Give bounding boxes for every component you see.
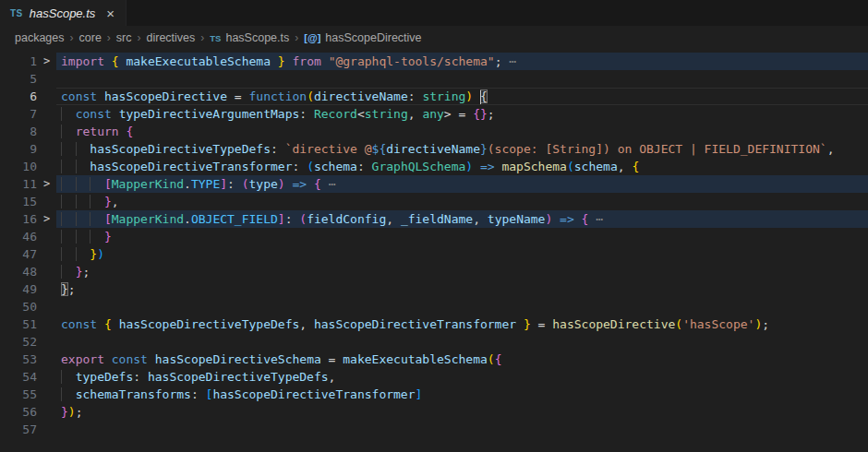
token: mapSchema	[501, 160, 566, 173]
code-text[interactable]: const typeDirectiveArgumentMaps: Record<…	[56, 105, 868, 123]
token: string	[422, 89, 465, 103]
fold-gutter	[37, 403, 56, 421]
code-text[interactable]: schemaTransforms: [hasScopeDirectiveTran…	[56, 386, 868, 403]
code-line-11[interactable]: 11> [MapperKind.TYPE]: (type) => { ⋯	[0, 175, 868, 193]
token	[285, 177, 293, 191]
indent-guide	[61, 230, 76, 244]
breadcrumb-item-src[interactable]: src	[116, 31, 132, 44]
code-line-5[interactable]: 5	[0, 70, 868, 88]
token: ;	[82, 265, 90, 279]
code-line-56[interactable]: 56});	[0, 403, 868, 421]
line-number: 15	[0, 193, 37, 210]
code-text[interactable]: import { makeExecutableSchema } from "@g…	[56, 53, 868, 70]
indent-guide	[76, 160, 90, 173]
indent-guide	[76, 177, 90, 191]
token: Record	[314, 107, 357, 121]
code-line-53[interactable]: 53export const hasScopeDirectiveSchema =…	[0, 351, 868, 368]
token	[148, 352, 155, 366]
indent-guide	[76, 212, 90, 226]
breadcrumb-item-core[interactable]: core	[79, 31, 102, 44]
token: <	[357, 107, 365, 121]
code-text[interactable]	[56, 298, 868, 315]
breadcrumb-separator: ›	[70, 31, 74, 44]
line-number: 53	[0, 351, 37, 368]
code-text[interactable]: typeDefs: hasScopeDirectiveTypeDefs,	[56, 368, 868, 386]
code-line-1[interactable]: 1>import { makeExecutableSchema } from "…	[0, 53, 868, 70]
code-text[interactable]: [MapperKind.TYPE]: (type) => { ⋯	[56, 175, 868, 193]
token: 'hasScope'	[682, 317, 754, 331]
code-line-46[interactable]: 46 }	[0, 228, 868, 245]
tab-hasscope-ts[interactable]: TS hasScope.ts ×	[0, 0, 127, 26]
fold-gutter	[37, 158, 56, 175]
code-text[interactable]: };	[56, 263, 868, 280]
token	[104, 54, 112, 68]
token: (	[307, 160, 314, 173]
token: }	[90, 247, 97, 261]
fold-gutter	[37, 263, 56, 280]
code-text[interactable]: const hasScopeDirective = function(direc…	[56, 88, 868, 105]
code-text[interactable]	[56, 421, 868, 438]
code-line-7[interactable]: 7 const typeDirectiveArgumentMaps: Recor…	[0, 105, 868, 123]
code-text[interactable]: [MapperKind.OBJECT_FIELD]: (fieldConfig,…	[56, 210, 868, 228]
token: [	[104, 212, 112, 226]
indent-guide	[76, 142, 90, 156]
token: )	[278, 177, 285, 191]
token: )	[68, 405, 76, 419]
code-line-47[interactable]: 47 })	[0, 245, 868, 263]
code-line-57[interactable]: 57	[0, 421, 868, 438]
token: :	[191, 387, 206, 401]
code-line-48[interactable]: 48 };	[0, 263, 868, 280]
code-line-15[interactable]: 15 },	[0, 193, 868, 210]
token	[574, 212, 582, 226]
code-editor[interactable]: 1>import { makeExecutableSchema } from "…	[0, 50, 868, 438]
token: (scope: [String]) on OBJECT | FIELD_DEFI…	[488, 142, 827, 156]
chevron-right-icon[interactable]: >	[37, 210, 56, 228]
code-line-49[interactable]: 49};	[0, 280, 868, 298]
code-text[interactable]: export const hasScopeDirectiveSchema = m…	[56, 351, 868, 368]
code-text[interactable]	[56, 70, 868, 88]
code-text[interactable]: }	[56, 228, 868, 245]
breadcrumb-item-packages[interactable]: packages	[15, 31, 65, 44]
code-line-51[interactable]: 51const { hasScopeDirectiveTypeDefs, has…	[0, 315, 868, 333]
code-line-10[interactable]: 10 hasScopeDirectiveTransformer: (schema…	[0, 158, 868, 175]
token	[97, 317, 104, 331]
tab-bar: TS hasScope.ts ×	[0, 0, 868, 26]
code-text[interactable]: });	[56, 403, 868, 421]
token: {	[314, 177, 321, 191]
code-line-50[interactable]: 50	[0, 298, 868, 315]
code-line-54[interactable]: 54 typeDefs: hasScopeDirectiveTypeDefs,	[0, 368, 868, 386]
token: ⋯	[596, 212, 603, 226]
token: (	[242, 177, 249, 191]
code-line-8[interactable]: 8 return {	[0, 123, 868, 140]
breadcrumb-item-directives[interactable]: directives	[147, 31, 196, 44]
code-text[interactable]: const { hasScopeDirectiveTypeDefs, hasSc…	[56, 315, 868, 333]
fold-gutter	[37, 228, 56, 245]
close-icon[interactable]: ×	[104, 6, 116, 20]
fold-gutter	[37, 298, 56, 315]
code-line-52[interactable]: 52	[0, 333, 868, 351]
breadcrumb-item-symbol[interactable]: hasScopeDirective	[325, 31, 421, 44]
token	[112, 317, 119, 331]
code-line-9[interactable]: 9 hasScopeDirectiveTypeDefs: `directive …	[0, 140, 868, 158]
token: (	[567, 160, 574, 173]
code-text[interactable]: hasScopeDirectiveTypeDefs: `directive @$…	[56, 140, 868, 158]
code-text[interactable]	[56, 333, 868, 351]
code-line-55[interactable]: 55 schemaTransforms: [hasScopeDirectiveT…	[0, 386, 868, 403]
code-text[interactable]: return {	[56, 123, 868, 140]
code-line-16[interactable]: 16> [MapperKind.OBJECT_FIELD]: (fieldCon…	[0, 210, 868, 228]
token: .	[184, 177, 191, 191]
breadcrumb-item-file[interactable]: hasScope.ts	[225, 31, 289, 44]
code-line-6[interactable]: 6const hasScopeDirective = function(dire…	[0, 88, 868, 105]
token: {	[480, 89, 488, 103]
code-text[interactable]: })	[56, 245, 868, 263]
chevron-right-icon[interactable]: >	[37, 53, 56, 70]
token: typeDirectiveArgumentMaps	[119, 107, 300, 121]
token: "@graphql-tools/schema"	[329, 54, 495, 68]
token: =>	[293, 177, 307, 191]
code-text[interactable]: hasScopeDirectiveTransformer: (schema: G…	[56, 158, 868, 175]
token: :	[133, 370, 148, 384]
code-text[interactable]: },	[56, 193, 868, 210]
breadcrumb-separator: ›	[295, 31, 298, 44]
code-text[interactable]: };	[56, 280, 868, 298]
chevron-right-icon[interactable]: >	[37, 175, 56, 193]
